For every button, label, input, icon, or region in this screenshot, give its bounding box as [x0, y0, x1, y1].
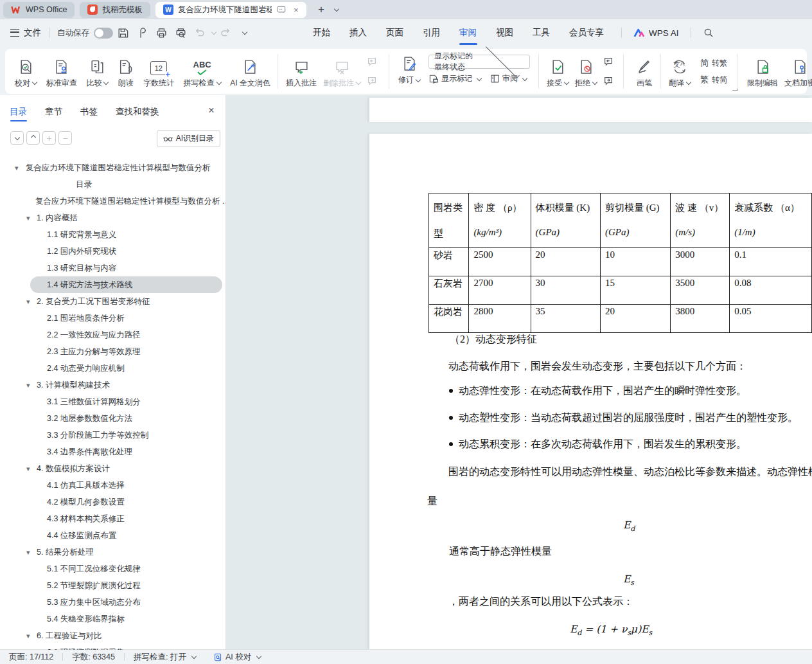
toc-item[interactable]: 5.2 节理裂隙扩展演化过程: [0, 577, 225, 594]
undo-button[interactable]: [191, 24, 208, 41]
sidebar-close-icon[interactable]: [205, 104, 218, 117]
proofread-button[interactable]: 校对: [12, 55, 40, 89]
promote-button[interactable]: +: [42, 131, 56, 145]
toc-item[interactable]: 4.3 材料本构关系修正: [0, 510, 225, 527]
standard-review-button[interactable]: 标准审查: [43, 55, 80, 89]
insert-comment-button[interactable]: 插入批注: [283, 55, 320, 89]
toc-item[interactable]: 4.4 位移监测点布置: [0, 527, 225, 544]
to-simplified-button[interactable]: 繁 转简: [700, 74, 727, 85]
redo-button[interactable]: [217, 24, 234, 41]
read-aloud-button[interactable]: 朗读: [114, 55, 137, 89]
ai-recognize-toc-button[interactable]: AI识别目录: [157, 130, 220, 147]
search-icon[interactable]: [700, 24, 717, 41]
reject-revision-button[interactable]: 拒绝: [572, 55, 600, 89]
menu-item[interactable]: 开始: [303, 19, 340, 46]
menu-item[interactable]: 工具: [523, 19, 560, 46]
sidebar-tab[interactable]: 查找和替换: [115, 102, 160, 122]
toc-item[interactable]: 1.3 研究目标与内容: [0, 260, 225, 276]
menu-item[interactable]: 插入: [340, 19, 376, 46]
toc-item[interactable]: 复合应力环境下隧道围岩稳定性计算模型与数值分析: [0, 159, 225, 176]
file-menu[interactable]: 文件: [10, 27, 41, 39]
next-comment-button[interactable]: [365, 74, 379, 88]
sidebar-tab[interactable]: 章节: [44, 102, 63, 122]
show-markup-button[interactable]: 显示标记: [428, 73, 481, 84]
toc-item[interactable]: 5.3 应力集中区域动态分布: [0, 594, 225, 611]
spellcheck-status[interactable]: 拼写检查: 打开: [125, 652, 205, 663]
file-menu-label: 文件: [24, 27, 41, 39]
compare-button[interactable]: 比较: [83, 55, 111, 89]
translate-button[interactable]: 文 A 翻译: [666, 55, 694, 89]
ai-proofread-status[interactable]: AI 校对: [205, 652, 270, 663]
toc-item[interactable]: 复合应力环境下隧道围岩稳定性计算模型与数值分析 ...: [0, 193, 225, 210]
rock-parameters-table[interactable]: 围岩类型 密 度 （ρ）(kg/m³) 体积模量 (K)(GPa) 剪切模量 (…: [428, 193, 812, 333]
tab-wps-office[interactable]: WPS Office: [3, 2, 75, 18]
review-pane-button[interactable]: 审阅: [490, 73, 527, 84]
collapse-all-button[interactable]: [10, 131, 24, 145]
toc-item[interactable]: 5. 结果分析处理: [0, 544, 225, 561]
to-traditional-button[interactable]: 简 转繁: [700, 57, 727, 69]
ai-polish-button[interactable]: AI 全文润色: [227, 55, 274, 89]
markup-state-dropdown[interactable]: 显示标记的最终状态: [428, 55, 530, 69]
brush-button[interactable]: 画笔: [633, 55, 656, 89]
toc-item[interactable]: 1. 内容概括: [0, 210, 225, 226]
sidebar-tab[interactable]: 目录: [9, 102, 28, 122]
tab-active-document[interactable]: W 复合应力环境下隧道围岩稳定: [155, 2, 306, 18]
track-changes-button[interactable]: 修订: [395, 51, 423, 85]
export-pdf-button[interactable]: [134, 24, 150, 41]
menu-item[interactable]: 页面: [376, 19, 413, 46]
new-tab-button[interactable]: [314, 3, 328, 17]
toc-item[interactable]: 3.2 地层参数数值化方法: [0, 410, 225, 427]
toc-item[interactable]: 2.1 围岩地质条件分析: [0, 310, 225, 327]
sidebar-tab[interactable]: 书签: [80, 102, 98, 122]
toc-item[interactable]: 6. 工程验证与对比: [0, 627, 225, 644]
toc-item[interactable]: 3.1 三维数值计算网格划分: [0, 393, 225, 410]
menu-item[interactable]: 审阅: [450, 19, 486, 46]
restrict-editing-button[interactable]: 限制编辑: [744, 55, 781, 89]
wps-ai-button[interactable]: WPS AI: [633, 28, 679, 38]
toc-item[interactable]: 4.2 模型几何参数设置: [0, 494, 225, 510]
toc-item[interactable]: 目录: [0, 176, 225, 193]
toc-item[interactable]: 2. 复合受力工况下围岩变形特征: [0, 293, 225, 310]
toc-item[interactable]: 2.4 动态受力响应机制: [0, 360, 225, 377]
toc-item[interactable]: 4. 数值模拟方案设计: [0, 460, 225, 477]
toc-item[interactable]: 5.1 不同工况位移变化规律: [0, 561, 225, 577]
table-row: 花岗岩 2800 35 20 3800 0.05: [429, 305, 812, 333]
toc-item[interactable]: 3. 计算模型构建技术: [0, 377, 225, 393]
toc-item[interactable]: 3.4 边界条件离散化处理: [0, 444, 225, 460]
toc-item[interactable]: 3.3 分阶段施工力学等效控制: [0, 427, 225, 444]
previous-revision-button[interactable]: [601, 55, 615, 69]
tab-list-caret-icon[interactable]: [334, 6, 339, 12]
print-preview-button[interactable]: [172, 24, 189, 41]
spell-check-button[interactable]: ABC 拼写检查: [181, 55, 224, 89]
toc-item[interactable]: 2.3 主应力分解与等效原理: [0, 343, 225, 360]
close-tab-icon[interactable]: [291, 4, 301, 15]
save-button[interactable]: [114, 24, 131, 41]
toc-item[interactable]: 2.2 一致性效应与应力路径: [0, 327, 225, 343]
autosave-toggle[interactable]: [94, 28, 113, 39]
menu-item[interactable]: 会员专享: [560, 19, 613, 46]
encrypt-document-button[interactable]: 文档加密: [781, 55, 812, 89]
next-revision-button[interactable]: [601, 74, 615, 88]
tab-docer[interactable]: 找稻壳模板: [80, 2, 150, 18]
previous-comment-button[interactable]: [365, 55, 379, 69]
bullet-item: 动态累积变形：在多次动态荷载作用下，围岩发生的累积变形。: [448, 438, 798, 465]
toc-item[interactable]: 1.1 研究背景与意义: [0, 226, 225, 243]
expand-all-button[interactable]: [26, 131, 40, 145]
print-button[interactable]: [153, 24, 170, 41]
menu-item[interactable]: 视图: [486, 19, 523, 46]
word-count-button[interactable]: 12+ 字数统计: [140, 55, 177, 89]
tab-message-icon[interactable]: [276, 4, 287, 15]
demote-button[interactable]: −: [58, 131, 72, 145]
accept-revision-button[interactable]: 接受: [543, 55, 572, 89]
previous-page-bottom[interactable]: [369, 98, 812, 122]
toc-item[interactable]: 1.2 国内外研究现状: [0, 243, 225, 260]
table-cell: 20: [600, 305, 670, 333]
delete-comment-button[interactable]: 删除批注: [320, 55, 364, 89]
toc-item[interactable]: 5.4 失稳变形临界指标: [0, 611, 225, 627]
toc-item[interactable]: 4.1 仿真工具版本选择: [0, 477, 225, 494]
document-page[interactable]: 围岩类型 密 度 （ρ）(kg/m³) 体积模量 (K)(GPa) 剪切模量 (…: [369, 134, 812, 650]
undo-caret-icon[interactable]: [211, 30, 216, 35]
toc-item[interactable]: 1.4 研究方法与技术路线: [0, 276, 225, 293]
menu-item[interactable]: 引用: [413, 19, 450, 46]
quickbar-caret-icon[interactable]: [242, 30, 247, 35]
